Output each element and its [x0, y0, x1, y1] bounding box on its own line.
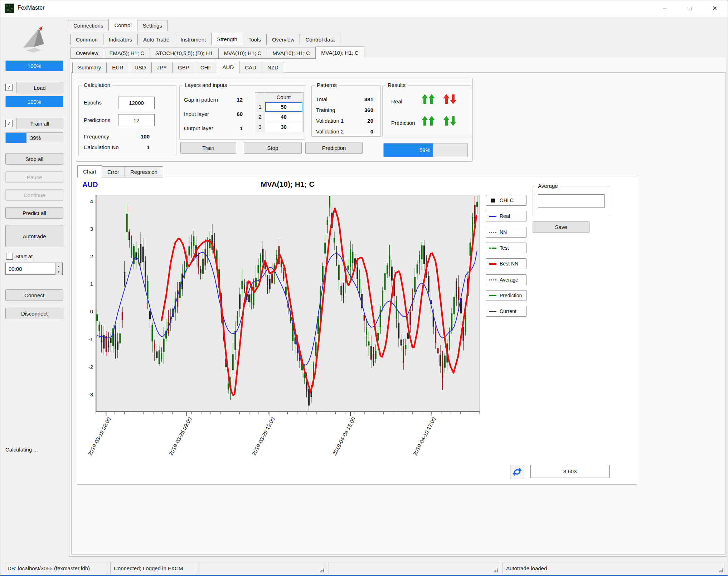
continue-button[interactable]: Continue — [5, 189, 63, 201]
legend-button-real[interactable]: Real — [486, 211, 526, 221]
legend-label: Test — [500, 245, 509, 251]
average-input[interactable] — [538, 194, 605, 208]
train-progressbar: 100% — [5, 96, 63, 107]
tab-instrument-3[interactable]: Instrument — [175, 34, 212, 45]
patterns-row-value: 0 — [345, 128, 373, 135]
tab-auto-trade-2[interactable]: Auto Trade — [137, 34, 175, 45]
tab-chart-0[interactable]: Chart — [77, 165, 102, 178]
frequency-value: 100 — [119, 133, 150, 140]
start-at-checkbox[interactable] — [6, 253, 13, 260]
tab-chf-5[interactable]: CHF — [195, 62, 217, 73]
time-up-button[interactable]: ▲ — [55, 263, 62, 269]
count-table-header: Count — [265, 93, 302, 102]
tab-eur-1[interactable]: EUR — [106, 62, 129, 73]
tab-tools-5[interactable]: Tools — [243, 34, 267, 45]
tab-stoch-10-5-5-d-h1-2[interactable]: STOCH(10,5,5); (D); H1 — [150, 48, 219, 59]
tab-common-0[interactable]: Common — [70, 34, 103, 45]
patterns-row-value: 381 — [345, 96, 373, 102]
maximize-button[interactable]: □ — [679, 0, 700, 16]
current-value-box[interactable]: 3.603 — [530, 465, 610, 478]
time-down-button[interactable]: ▼ — [55, 269, 62, 275]
calc-no-value: 1 — [119, 144, 150, 150]
tab-indicators-1[interactable]: Indicators — [103, 34, 138, 45]
tab-control-1[interactable]: Control — [108, 19, 137, 31]
count-cell[interactable]: 50 — [265, 102, 302, 112]
legend-button-average[interactable]: Average — [486, 274, 526, 285]
count-cell[interactable]: 40 — [265, 112, 302, 122]
status-autotrade: Autotrade loaded — [503, 562, 724, 574]
predict-all-button[interactable]: Predict all — [5, 207, 63, 219]
tab-gbp-4[interactable]: GBP — [172, 62, 195, 73]
patterns-row-label: Validation 1 — [316, 118, 344, 124]
disconnect-button[interactable]: Disconnect — [5, 308, 63, 319]
prediction-button[interactable]: Prediction — [305, 142, 363, 154]
start-time-input[interactable]: 00:00 ▲ ▼ — [5, 263, 63, 275]
load-checkbox[interactable]: ✓ — [5, 84, 13, 91]
stop-button[interactable]: Stop — [244, 142, 302, 154]
start-time-value: 00:00 — [9, 266, 22, 272]
tab-jpy-3[interactable]: JPY — [151, 62, 173, 73]
train-all-button[interactable]: Train all — [16, 118, 63, 129]
legend-button-current[interactable]: Current — [486, 306, 526, 317]
average-group: Average — [533, 186, 610, 216]
count-cell[interactable]: 30 — [265, 122, 302, 132]
close-button[interactable]: ✕ — [704, 0, 725, 16]
tab-overview-0[interactable]: Overview — [70, 48, 104, 59]
resize-grip-icon — [494, 568, 498, 573]
tab-strength-4[interactable]: Strength — [211, 33, 243, 45]
save-button[interactable]: Save — [533, 221, 589, 233]
load-progress-text: 100% — [6, 61, 63, 71]
tab-aud-6[interactable]: AUD — [217, 61, 240, 73]
epochs-input[interactable] — [118, 97, 155, 109]
tab-overview-6[interactable]: Overview — [266, 34, 300, 45]
tab-control-data-7[interactable]: Control data — [300, 34, 340, 45]
tab-mva-10-h1-c-5[interactable]: MVA(10); H1; C — [315, 47, 364, 59]
tab-connections-0[interactable]: Connections — [68, 20, 109, 31]
load-progressbar: 100% — [5, 60, 63, 71]
legend-button-prediction[interactable]: Prediction — [486, 290, 526, 301]
tab-regression-2[interactable]: Regression — [125, 166, 163, 177]
stop-all-button[interactable]: Stop all — [5, 153, 63, 165]
train-button[interactable]: Train — [180, 142, 236, 154]
tab-mva-10-h1-c-3[interactable]: MVA(10); H1; C — [218, 48, 267, 59]
results-group-label: Results — [386, 82, 407, 88]
connect-button[interactable]: Connect — [5, 289, 63, 301]
price-chart-plot[interactable] — [96, 195, 480, 421]
real-up-up-icon — [421, 93, 436, 106]
chart-title: MVA(10); H1; C — [96, 180, 480, 189]
start-at-label: Start at — [15, 253, 33, 259]
tab-summary-0[interactable]: Summary — [72, 62, 107, 73]
train-all-checkbox[interactable]: ✓ — [5, 120, 13, 127]
legend-button-nn[interactable]: NN — [486, 227, 526, 238]
count-table-corner — [255, 93, 265, 102]
legend-button-ohlc[interactable]: OHLC — [486, 195, 526, 206]
sidebar-divider — [67, 17, 67, 562]
minimize-button[interactable]: – — [654, 0, 675, 16]
pause-button[interactable]: Pause — [5, 171, 63, 183]
y-tick-label: 1 — [78, 281, 93, 287]
tab-nzd-8[interactable]: NZD — [262, 62, 284, 73]
legend-button-test[interactable]: Test — [486, 243, 526, 253]
legend-button-best-nn[interactable]: Best NN — [486, 258, 526, 269]
tab-cad-7[interactable]: CAD — [239, 62, 262, 73]
tab-usd-2[interactable]: USD — [129, 62, 152, 73]
refresh-button[interactable] — [510, 465, 524, 479]
count-row-index: 3 — [255, 122, 265, 132]
tab-settings-2[interactable]: Settings — [137, 20, 168, 31]
calculation-group: Calculation Epochs Predictions Frequency… — [78, 85, 176, 156]
patterns-group: Patterns Total381Training360Validation 1… — [311, 85, 381, 137]
status-panel-3 — [199, 562, 325, 574]
legend-label: Prediction — [500, 293, 522, 298]
x-tick-label: 2019-04-10 17:00 — [398, 416, 437, 482]
tab-error-1[interactable]: Error — [102, 166, 125, 177]
tab-ema-5-h1-c-1[interactable]: EMA(5); H1; C — [104, 48, 150, 59]
load-button[interactable]: Load — [16, 82, 63, 93]
x-tick-label: 2019-03-29 13:00 — [237, 416, 276, 482]
gap-in-pattern-label: Gap in pattern — [184, 97, 218, 103]
tab-mva-10-h1-c-4[interactable]: MVA(10); H1; C — [267, 48, 316, 59]
patterns-row-label: Validation 2 — [316, 128, 344, 135]
app-logo-dart — [19, 25, 49, 54]
autotrade-button[interactable]: Autotrade — [5, 225, 63, 247]
predictions-input[interactable] — [118, 114, 155, 126]
red-thick-line-icon — [489, 263, 497, 265]
